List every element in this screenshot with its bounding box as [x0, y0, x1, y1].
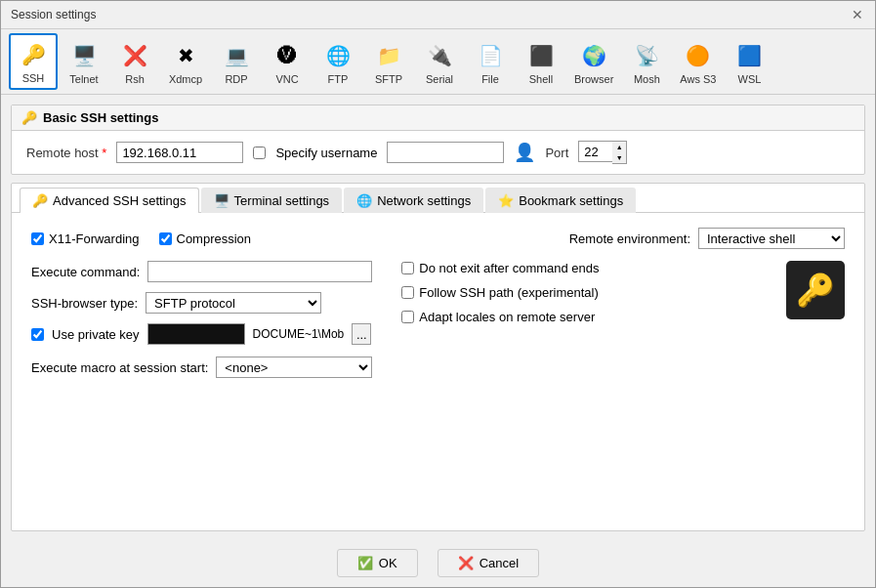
vnc-icon: 🅥 — [271, 40, 303, 71]
basic-ssh-row: Remote host * Specify username 👤 Port ▲ … — [26, 141, 850, 164]
awss3-icon: 🟠 — [683, 40, 714, 71]
remote-env-group: Remote environment: Interactive shellBas… — [569, 228, 845, 249]
toolbar-label-mosh: Mosh — [634, 73, 660, 85]
right-checks: Do not exit after command ends Follow SS… — [401, 261, 599, 324]
follow-ssh-checkbox[interactable] — [401, 286, 414, 299]
sftp-icon: 📁 — [373, 40, 404, 71]
ssh-key-icon: 🔑 — [21, 110, 37, 125]
tab-icon-terminal: 🖥️ — [214, 193, 229, 208]
execute-command-input[interactable] — [147, 261, 372, 282]
toolbar-item-browser[interactable]: 🌍Browser — [567, 35, 620, 90]
ssh-browser-label: SSH-browser type: — [31, 296, 138, 311]
cancel-icon: ❌ — [458, 556, 474, 570]
telnet-icon: 🖥️ — [68, 40, 100, 71]
specify-username-label[interactable]: Specify username — [275, 146, 377, 160]
toolbar-item-telnet[interactable]: 🖥️Telnet — [60, 35, 108, 90]
x11-label[interactable]: X11-Forwarding — [49, 231, 140, 246]
do-not-exit-checkbox[interactable] — [401, 262, 414, 274]
advanced-content: X11-Forwarding Compression Remote enviro… — [12, 213, 864, 393]
tab-label-terminal: Terminal settings — [234, 193, 330, 208]
tab-label-bookmark: Bookmark settings — [519, 193, 623, 208]
toolbar-label-ssh: SSH — [22, 72, 45, 84]
toolbar-item-ssh[interactable]: 🔑SSH — [9, 33, 58, 90]
follow-ssh-group: Follow SSH path (experimental) — [401, 285, 599, 300]
toolbar-label-sftp: SFTP — [375, 73, 402, 85]
x11-group: X11-Forwarding — [31, 231, 140, 246]
port-spin-up[interactable]: ▲ — [612, 142, 626, 152]
private-key-path — [147, 323, 245, 345]
basic-ssh-header: 🔑 Basic SSH settings — [12, 105, 864, 131]
x11-checkbox[interactable] — [31, 232, 44, 245]
private-key-checkbox[interactable] — [31, 328, 44, 341]
toolbar-item-awss3[interactable]: 🟠Aws S3 — [673, 35, 723, 90]
ssh-browser-row: SSH-browser type: SFTP protocolSCP proto… — [31, 292, 372, 314]
execute-row: Execute command: SSH-browser type: SFTP … — [31, 261, 845, 345]
adapt-locales-checkbox[interactable] — [401, 311, 414, 323]
cancel-button[interactable]: ❌ Cancel — [438, 549, 539, 577]
ssh-browser-select[interactable]: SFTP protocolSCP protocolFTP protocol — [146, 292, 321, 314]
port-spin-down[interactable]: ▼ — [612, 152, 626, 163]
toolbar-item-mosh[interactable]: 📡Mosh — [622, 35, 671, 90]
mosh-icon: 📡 — [631, 40, 662, 71]
private-key-suffix: DOCUME~1\Mob — [253, 327, 345, 341]
do-not-exit-label[interactable]: Do not exit after command ends — [419, 261, 599, 275]
ok-icon: ✅ — [357, 556, 373, 570]
rsh-icon: ❌ — [119, 40, 150, 71]
xdmcp-icon: ✖ — [170, 40, 201, 71]
ok-button[interactable]: ✅ OK — [337, 549, 418, 577]
toolbar-label-rdp: RDP — [225, 73, 247, 85]
toolbar: 🔑SSH🖥️Telnet❌Rsh✖Xdmcp💻RDP🅥VNC🌐FTP📁SFTP🔌… — [1, 29, 875, 95]
tab-bookmark[interactable]: ⭐Bookmark settings — [485, 188, 636, 213]
macro-row: Execute macro at session start: <none> — [31, 357, 845, 378]
toolbar-label-serial: Serial — [426, 73, 453, 85]
key-icon: 🔑 — [796, 272, 835, 309]
toolbar-label-shell: Shell — [529, 73, 553, 85]
toolbar-label-awss3: Aws S3 — [680, 73, 716, 85]
toolbar-item-wsl[interactable]: 🟦WSL — [725, 35, 773, 90]
ssh-icon: 🔑 — [18, 39, 49, 70]
left-form: Execute command: SSH-browser type: SFTP … — [31, 261, 372, 345]
toolbar-label-vnc: VNC — [275, 73, 298, 85]
username-input[interactable] — [387, 142, 504, 163]
toolbar-item-serial[interactable]: 🔌Serial — [415, 35, 464, 90]
advanced-top-row: X11-Forwarding Compression Remote enviro… — [31, 228, 845, 249]
tab-advanced[interactable]: 🔑Advanced SSH settings — [20, 188, 199, 213]
toolbar-label-xdmcp: Xdmcp — [169, 73, 202, 85]
adapt-locales-label[interactable]: Adapt locales on remote server — [419, 310, 595, 324]
toolbar-item-rsh[interactable]: ❌Rsh — [110, 35, 159, 90]
toolbar-item-shell[interactable]: ⬛Shell — [517, 35, 565, 90]
port-input[interactable] — [578, 141, 612, 162]
basic-ssh-content: Remote host * Specify username 👤 Port ▲ … — [12, 131, 864, 174]
tab-label-network: Network settings — [377, 193, 471, 208]
wsl-icon: 🟦 — [733, 40, 765, 71]
execute-macro-select[interactable]: <none> — [216, 357, 372, 378]
tab-terminal[interactable]: 🖥️Terminal settings — [201, 188, 343, 213]
toolbar-item-rdp[interactable]: 💻RDP — [212, 35, 261, 90]
compression-group: Compression — [159, 231, 252, 246]
toolbar-item-file[interactable]: 📄File — [466, 35, 515, 90]
file-icon: 📄 — [475, 40, 506, 71]
toolbar-label-file: File — [481, 73, 499, 85]
close-button[interactable]: ✕ — [850, 7, 865, 22]
follow-ssh-label[interactable]: Follow SSH path (experimental) — [419, 285, 599, 300]
remote-env-select[interactable]: Interactive shellBashZshFish — [698, 228, 845, 249]
title-bar-text: Session settings — [11, 8, 96, 21]
title-bar: Session settings ✕ — [1, 1, 875, 29]
compression-checkbox[interactable] — [159, 232, 172, 245]
tab-network[interactable]: 🌐Network settings — [344, 188, 483, 213]
private-key-browse-button[interactable]: ... — [352, 323, 371, 345]
private-key-label[interactable]: Use private key — [52, 327, 140, 342]
buttons-row: ✅ OK ❌ Cancel — [11, 549, 865, 577]
specify-username-checkbox[interactable] — [253, 147, 266, 159]
toolbar-item-ftp[interactable]: 🌐FTP — [313, 35, 362, 90]
remote-host-input[interactable] — [116, 142, 243, 163]
compression-label[interactable]: Compression — [177, 231, 252, 246]
user-icon: 👤 — [514, 142, 535, 163]
advanced-tabs-bar: 🔑Advanced SSH settings🖥️Terminal setting… — [12, 188, 864, 213]
toolbar-item-xdmcp[interactable]: ✖Xdmcp — [161, 35, 210, 90]
toolbar-item-sftp[interactable]: 📁SFTP — [364, 35, 413, 90]
remote-host-label: Remote host * — [26, 146, 106, 160]
toolbar-label-browser: Browser — [574, 73, 613, 85]
execute-macro-label: Execute macro at session start: — [31, 360, 208, 375]
toolbar-item-vnc[interactable]: 🅥VNC — [263, 35, 312, 90]
